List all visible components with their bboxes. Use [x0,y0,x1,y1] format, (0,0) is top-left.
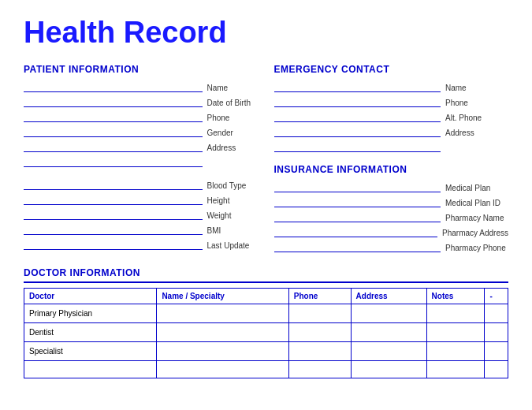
emergency-altphone-line [274,111,441,122]
doctor-empty-col4 [351,360,426,378]
insurance-medplanid-row: Medical Plan ID [274,196,509,207]
doctor-primary-notes [426,304,485,322]
insurance-pharmname-line [274,211,441,222]
patient-bloodtype-label: Blood Type [207,181,259,190]
emergency-altphone-label: Alt. Phone [445,114,508,122]
insurance-medplan-row: Medical Plan [274,181,509,192]
col-address: Address [351,288,426,304]
doctor-empty-col1 [24,360,157,378]
patient-bmi-label: BMI [207,226,259,235]
doctor-empty-col3 [288,360,351,378]
patient-dob-line [24,96,203,107]
patient-address-line1 [24,141,203,152]
doctor-empty-col5 [426,360,485,378]
patient-name-row: Name [24,81,259,92]
patient-phone-label: Phone [207,114,259,122]
patient-phone-line [24,111,203,122]
doctor-empty-col2 [157,360,288,378]
insurance-pharmaddr-label: Pharmacy Address [442,229,508,237]
patient-section-title: PATIENT INFORMATION [24,64,259,75]
doctor-row-dentist: Dentist [24,322,508,341]
patient-lastupdate-label: Last Update [207,241,259,250]
patient-address-label: Address [207,144,259,152]
insurance-medplan-label: Medical Plan [445,184,508,192]
col-extra: - [485,288,508,304]
patient-name-line [24,81,203,92]
doctor-dentist-extra [485,322,508,341]
patient-bloodtype-line [24,179,203,190]
doctor-divider [24,281,508,283]
emergency-address-row2 [274,141,509,152]
patient-height-label: Height [207,196,259,205]
doctor-dentist-phone [288,322,351,341]
patient-lastupdate-row: Last Update [24,239,259,250]
patient-dob-row: Date of Birth [24,96,259,107]
patient-address-row2 [24,156,259,167]
doctor-specialist-phone [288,341,351,360]
doctor-primary-name [157,304,288,322]
patient-address-line2 [24,156,203,167]
doctor-primary-extra [485,304,508,322]
patient-weight-label: Weight [207,211,259,220]
emergency-address-label: Address [445,129,508,137]
patient-bloodtype-row: Blood Type [24,179,259,190]
patient-bmi-line [24,224,203,235]
doctor-dentist-notes [426,322,485,341]
doctor-dentist-label: Dentist [24,322,157,341]
doctor-specialist-name [157,341,288,360]
patient-weight-row: Weight [24,209,259,220]
doctor-specialist-address [351,341,426,360]
doctor-primary-address [351,304,426,322]
emergency-altphone-row: Alt. Phone [274,111,509,122]
doctor-section-title: DOCTOR INFORMATION [24,267,508,278]
doctor-table-header: Doctor Name / Specialty Phone Address No… [24,288,508,304]
patient-gender-line [24,126,203,137]
doctor-row-specialist: Specialist [24,341,508,360]
doctor-specialist-extra [485,341,508,360]
patient-height-line [24,194,203,205]
insurance-medplanid-label: Medical Plan ID [445,199,508,207]
emergency-section-title: EMERGENCY CONTACT [274,64,509,75]
patient-lastupdate-line [24,239,203,250]
insurance-pharmphone-line [274,241,441,252]
emergency-name-row: Name [274,81,509,92]
insurance-pharmphone-row: Pharmacy Phone [274,241,509,252]
patient-phone-row: Phone [24,111,259,122]
insurance-pharmphone-label: Pharmacy Phone [445,244,508,252]
col-name-specialty: Name / Specialty [157,288,288,304]
patient-dob-label: Date of Birth [207,99,259,107]
doctor-row-primary: Primary Physician [24,304,508,322]
emergency-address-row1: Address [274,126,509,137]
doctor-section: DOCTOR INFORMATION Doctor Name / Special… [24,267,508,378]
doctor-primary-phone [288,304,351,322]
emergency-address-line2 [274,141,441,152]
doctor-dentist-address [351,322,426,341]
insurance-medplan-line [274,181,441,192]
insurance-medplanid-line [274,196,441,207]
page-title: Health Record [24,16,508,50]
doctor-row-empty [24,360,508,378]
insurance-pharmaddr-line [274,226,438,237]
insurance-pharmname-label: Pharmacy Name [445,214,508,222]
emergency-address-line1 [274,126,441,137]
doctor-dentist-name [157,322,288,341]
patient-height-row: Height [24,194,259,205]
col-doctor: Doctor [24,288,157,304]
emergency-phone-line [274,96,441,107]
patient-gender-row: Gender [24,126,259,137]
patient-address-row1: Address [24,141,259,152]
patient-gender-label: Gender [207,129,259,137]
emergency-phone-label: Phone [445,99,508,107]
emergency-name-line [274,81,441,92]
insurance-section-title: INSURANCE INFORMATION [274,164,509,175]
insurance-pharmaddr-row: Pharmacy Address [274,226,509,237]
emergency-name-label: Name [445,84,508,92]
doctor-specialist-label: Specialist [24,341,157,360]
patient-name-label: Name [207,84,259,92]
doctor-table: Doctor Name / Specialty Phone Address No… [24,288,508,378]
doctor-empty-col6 [485,360,508,378]
doctor-primary-label: Primary Physician [24,304,157,322]
patient-weight-line [24,209,203,220]
insurance-pharmname-row: Pharmacy Name [274,211,509,222]
col-notes: Notes [426,288,485,304]
